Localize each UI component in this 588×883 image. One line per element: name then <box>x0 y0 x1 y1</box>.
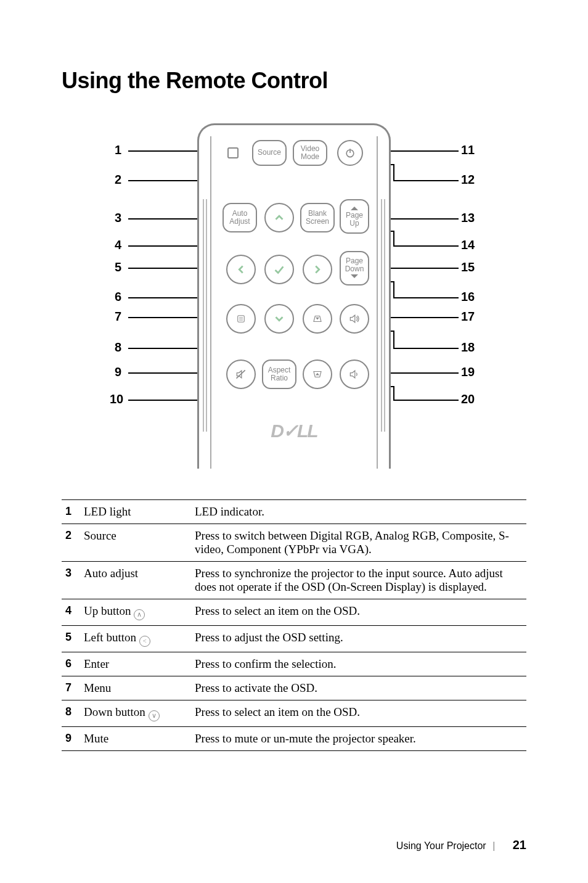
svg-marker-15 <box>350 371 355 378</box>
source-button: Source <box>252 140 287 166</box>
row-name: Left button < <box>80 626 191 652</box>
right-arrow-icon <box>311 263 324 276</box>
callout-10: 10 <box>110 392 123 406</box>
power-icon <box>344 147 356 159</box>
row-desc: LED indicator. <box>191 500 526 524</box>
left-button <box>226 255 256 284</box>
table-row: 9MutePress to mute or un-mute the projec… <box>62 727 526 751</box>
remote-diagram: 1 2 3 4 5 6 7 8 9 10 11 12 13 14 15 16 1… <box>62 123 526 481</box>
callout-3: 3 <box>115 211 121 225</box>
row-name: Mute <box>80 727 191 751</box>
enter-button <box>264 255 294 284</box>
row-name: Auto adjust <box>80 562 191 599</box>
remote-body: Source VideoMode AutoAdjust BlankScreen … <box>197 123 391 469</box>
row-number: 6 <box>62 652 80 676</box>
table-row: 1LED lightLED indicator. <box>62 500 526 524</box>
aspect-ratio-button: AspectRatio <box>262 359 296 389</box>
up-button <box>264 203 294 232</box>
callout-5: 5 <box>115 260 121 274</box>
table-row: 5Left button <Press to adjust the OSD se… <box>62 626 526 652</box>
callout-4: 4 <box>115 238 121 252</box>
row-name: Menu <box>80 676 191 700</box>
row-desc: Press to adjust the OSD setting. <box>191 626 526 652</box>
callout-6: 6 <box>115 290 121 304</box>
row-number: 9 <box>62 727 80 751</box>
row-number: 5 <box>62 626 80 652</box>
callout-17: 17 <box>461 310 475 324</box>
symbol-icon: ∧ <box>134 609 145 620</box>
callout-table: 1LED lightLED indicator.2SourcePress to … <box>62 499 526 751</box>
row-name: Source <box>80 524 191 562</box>
power-button <box>337 140 363 166</box>
right-button <box>303 255 332 284</box>
callout-16: 16 <box>461 290 475 304</box>
down-arrow-icon <box>272 312 286 326</box>
keystone-down-icon <box>312 313 323 324</box>
keystone-up-button <box>303 359 332 389</box>
row-number: 4 <box>62 599 80 626</box>
svg-marker-14 <box>316 373 319 376</box>
keystone-down-button <box>303 304 332 334</box>
row-desc: Press to synchronize the projector to th… <box>191 562 526 599</box>
callout-18: 18 <box>461 340 475 355</box>
callout-7: 7 <box>115 310 121 324</box>
callout-8: 8 <box>115 340 121 355</box>
row-name: Up button ∧ <box>80 599 191 626</box>
mute-icon <box>235 368 247 380</box>
svg-marker-3 <box>351 274 358 278</box>
down-triangle-icon <box>349 273 360 279</box>
svg-marker-10 <box>350 315 355 322</box>
row-number: 7 <box>62 676 80 700</box>
row-desc: Press to switch between Digital RGB, Ana… <box>191 524 526 562</box>
symbol-icon: ∨ <box>149 710 160 721</box>
row-desc: Press to select an item on the OSD. <box>191 700 526 727</box>
keystone-up-icon <box>312 369 323 380</box>
svg-marker-2 <box>351 207 358 210</box>
row-name: Enter <box>80 652 191 676</box>
page-footer: Using Your Projector | 21 <box>396 838 526 852</box>
footer-page: 21 <box>513 838 526 852</box>
page-down-button: PageDown <box>340 251 369 285</box>
row-desc: Press to mute or un-mute the projector s… <box>191 727 526 751</box>
table-row: 7MenuPress to activate the OSD. <box>62 676 526 700</box>
row-desc: Press to select an item on the OSD. <box>191 599 526 626</box>
table-row: 6EnterPress to confirm the selection. <box>62 652 526 676</box>
table-row: 3Auto adjustPress to synchronize the pro… <box>62 562 526 599</box>
volume-down-icon <box>348 368 361 380</box>
row-number: 3 <box>62 562 80 599</box>
down-button <box>264 304 294 334</box>
menu-icon <box>235 313 247 324</box>
row-name: Down button ∨ <box>80 700 191 727</box>
row-desc: Press to confirm the selection. <box>191 652 526 676</box>
page-up-button: PageUp <box>340 199 369 234</box>
callout-1: 1 <box>115 143 121 157</box>
volume-up-button <box>340 304 369 334</box>
table-row: 8Down button ∨Press to select an item on… <box>62 700 526 727</box>
menu-button <box>226 304 256 334</box>
callout-11: 11 <box>461 143 475 157</box>
row-desc: Press to activate the OSD. <box>191 676 526 700</box>
callout-19: 19 <box>461 365 475 379</box>
video-mode-button: VideoMode <box>293 140 327 166</box>
volume-down-button <box>340 359 369 389</box>
up-arrow-icon <box>272 211 286 224</box>
symbol-icon: < <box>139 636 150 647</box>
left-arrow-icon <box>234 263 248 276</box>
led-light <box>227 147 239 158</box>
callout-20: 20 <box>461 392 475 406</box>
callout-2: 2 <box>115 173 121 187</box>
footer-section: Using Your Projector <box>396 840 486 851</box>
callout-15: 15 <box>461 260 475 274</box>
row-number: 2 <box>62 524 80 562</box>
svg-marker-9 <box>316 318 319 320</box>
blank-screen-button: BlankScreen <box>300 203 335 232</box>
page-title: Using the Remote Control <box>62 68 526 94</box>
row-number: 1 <box>62 500 80 524</box>
row-name: LED light <box>80 500 191 524</box>
footer-separator: | <box>492 840 495 851</box>
callout-9: 9 <box>115 365 121 379</box>
callout-13: 13 <box>461 211 475 225</box>
table-row: 4Up button ∧Press to select an item on t… <box>62 599 526 626</box>
callout-14: 14 <box>461 238 475 252</box>
check-icon <box>272 263 286 276</box>
